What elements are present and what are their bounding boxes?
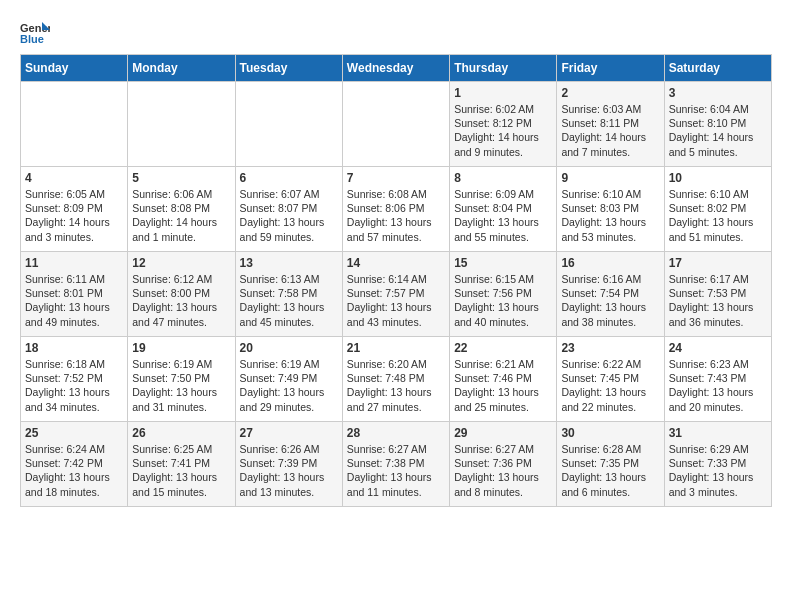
day-number: 9 xyxy=(561,171,659,185)
day-number: 3 xyxy=(669,86,767,100)
calendar-cell: 9Sunrise: 6:10 AM Sunset: 8:03 PM Daylig… xyxy=(557,167,664,252)
weekday-header: Wednesday xyxy=(342,55,449,82)
day-info: Sunrise: 6:19 AM Sunset: 7:49 PM Dayligh… xyxy=(240,357,338,414)
day-info: Sunrise: 6:18 AM Sunset: 7:52 PM Dayligh… xyxy=(25,357,123,414)
day-number: 8 xyxy=(454,171,552,185)
day-number: 25 xyxy=(25,426,123,440)
calendar-cell: 19Sunrise: 6:19 AM Sunset: 7:50 PM Dayli… xyxy=(128,337,235,422)
svg-text:Blue: Blue xyxy=(20,33,44,44)
calendar-cell: 21Sunrise: 6:20 AM Sunset: 7:48 PM Dayli… xyxy=(342,337,449,422)
calendar-cell: 7Sunrise: 6:08 AM Sunset: 8:06 PM Daylig… xyxy=(342,167,449,252)
logo-icon: General Blue xyxy=(20,20,50,44)
day-info: Sunrise: 6:20 AM Sunset: 7:48 PM Dayligh… xyxy=(347,357,445,414)
calendar-cell: 20Sunrise: 6:19 AM Sunset: 7:49 PM Dayli… xyxy=(235,337,342,422)
calendar-cell: 13Sunrise: 6:13 AM Sunset: 7:58 PM Dayli… xyxy=(235,252,342,337)
calendar-cell: 23Sunrise: 6:22 AM Sunset: 7:45 PM Dayli… xyxy=(557,337,664,422)
calendar-week-row: 25Sunrise: 6:24 AM Sunset: 7:42 PM Dayli… xyxy=(21,422,772,507)
day-info: Sunrise: 6:19 AM Sunset: 7:50 PM Dayligh… xyxy=(132,357,230,414)
calendar-header-row: SundayMondayTuesdayWednesdayThursdayFrid… xyxy=(21,55,772,82)
day-number: 16 xyxy=(561,256,659,270)
calendar-cell: 29Sunrise: 6:27 AM Sunset: 7:36 PM Dayli… xyxy=(450,422,557,507)
calendar-cell: 16Sunrise: 6:16 AM Sunset: 7:54 PM Dayli… xyxy=(557,252,664,337)
day-info: Sunrise: 6:27 AM Sunset: 7:38 PM Dayligh… xyxy=(347,442,445,499)
calendar-cell: 27Sunrise: 6:26 AM Sunset: 7:39 PM Dayli… xyxy=(235,422,342,507)
day-info: Sunrise: 6:10 AM Sunset: 8:02 PM Dayligh… xyxy=(669,187,767,244)
day-number: 4 xyxy=(25,171,123,185)
calendar-week-row: 18Sunrise: 6:18 AM Sunset: 7:52 PM Dayli… xyxy=(21,337,772,422)
day-number: 28 xyxy=(347,426,445,440)
day-info: Sunrise: 6:26 AM Sunset: 7:39 PM Dayligh… xyxy=(240,442,338,499)
calendar-cell: 18Sunrise: 6:18 AM Sunset: 7:52 PM Dayli… xyxy=(21,337,128,422)
calendar-cell: 3Sunrise: 6:04 AM Sunset: 8:10 PM Daylig… xyxy=(664,82,771,167)
day-number: 21 xyxy=(347,341,445,355)
calendar-cell: 1Sunrise: 6:02 AM Sunset: 8:12 PM Daylig… xyxy=(450,82,557,167)
day-info: Sunrise: 6:21 AM Sunset: 7:46 PM Dayligh… xyxy=(454,357,552,414)
day-info: Sunrise: 6:27 AM Sunset: 7:36 PM Dayligh… xyxy=(454,442,552,499)
calendar-cell: 2Sunrise: 6:03 AM Sunset: 8:11 PM Daylig… xyxy=(557,82,664,167)
calendar-cell: 8Sunrise: 6:09 AM Sunset: 8:04 PM Daylig… xyxy=(450,167,557,252)
weekday-header: Monday xyxy=(128,55,235,82)
calendar-table: SundayMondayTuesdayWednesdayThursdayFrid… xyxy=(20,54,772,507)
calendar-cell: 6Sunrise: 6:07 AM Sunset: 8:07 PM Daylig… xyxy=(235,167,342,252)
day-number: 29 xyxy=(454,426,552,440)
day-info: Sunrise: 6:03 AM Sunset: 8:11 PM Dayligh… xyxy=(561,102,659,159)
calendar-cell: 5Sunrise: 6:06 AM Sunset: 8:08 PM Daylig… xyxy=(128,167,235,252)
day-number: 30 xyxy=(561,426,659,440)
calendar-cell: 25Sunrise: 6:24 AM Sunset: 7:42 PM Dayli… xyxy=(21,422,128,507)
calendar-cell: 10Sunrise: 6:10 AM Sunset: 8:02 PM Dayli… xyxy=(664,167,771,252)
calendar-cell: 31Sunrise: 6:29 AM Sunset: 7:33 PM Dayli… xyxy=(664,422,771,507)
day-number: 1 xyxy=(454,86,552,100)
day-info: Sunrise: 6:25 AM Sunset: 7:41 PM Dayligh… xyxy=(132,442,230,499)
day-info: Sunrise: 6:29 AM Sunset: 7:33 PM Dayligh… xyxy=(669,442,767,499)
day-info: Sunrise: 6:06 AM Sunset: 8:08 PM Dayligh… xyxy=(132,187,230,244)
day-number: 17 xyxy=(669,256,767,270)
day-info: Sunrise: 6:07 AM Sunset: 8:07 PM Dayligh… xyxy=(240,187,338,244)
day-number: 10 xyxy=(669,171,767,185)
calendar-cell: 11Sunrise: 6:11 AM Sunset: 8:01 PM Dayli… xyxy=(21,252,128,337)
calendar-cell: 4Sunrise: 6:05 AM Sunset: 8:09 PM Daylig… xyxy=(21,167,128,252)
weekday-header: Saturday xyxy=(664,55,771,82)
day-number: 26 xyxy=(132,426,230,440)
day-number: 2 xyxy=(561,86,659,100)
day-info: Sunrise: 6:11 AM Sunset: 8:01 PM Dayligh… xyxy=(25,272,123,329)
day-info: Sunrise: 6:10 AM Sunset: 8:03 PM Dayligh… xyxy=(561,187,659,244)
day-number: 23 xyxy=(561,341,659,355)
day-number: 12 xyxy=(132,256,230,270)
day-number: 24 xyxy=(669,341,767,355)
calendar-week-row: 11Sunrise: 6:11 AM Sunset: 8:01 PM Dayli… xyxy=(21,252,772,337)
calendar-cell xyxy=(128,82,235,167)
day-number: 5 xyxy=(132,171,230,185)
day-number: 31 xyxy=(669,426,767,440)
day-info: Sunrise: 6:16 AM Sunset: 7:54 PM Dayligh… xyxy=(561,272,659,329)
day-info: Sunrise: 6:13 AM Sunset: 7:58 PM Dayligh… xyxy=(240,272,338,329)
weekday-header: Tuesday xyxy=(235,55,342,82)
calendar-cell: 28Sunrise: 6:27 AM Sunset: 7:38 PM Dayli… xyxy=(342,422,449,507)
calendar-cell: 26Sunrise: 6:25 AM Sunset: 7:41 PM Dayli… xyxy=(128,422,235,507)
day-info: Sunrise: 6:02 AM Sunset: 8:12 PM Dayligh… xyxy=(454,102,552,159)
calendar-cell xyxy=(21,82,128,167)
logo: General Blue xyxy=(20,20,54,44)
calendar-cell xyxy=(235,82,342,167)
calendar-cell: 24Sunrise: 6:23 AM Sunset: 7:43 PM Dayli… xyxy=(664,337,771,422)
day-number: 20 xyxy=(240,341,338,355)
calendar-body: 1Sunrise: 6:02 AM Sunset: 8:12 PM Daylig… xyxy=(21,82,772,507)
calendar-cell xyxy=(342,82,449,167)
day-info: Sunrise: 6:04 AM Sunset: 8:10 PM Dayligh… xyxy=(669,102,767,159)
weekday-header: Thursday xyxy=(450,55,557,82)
calendar-cell: 12Sunrise: 6:12 AM Sunset: 8:00 PM Dayli… xyxy=(128,252,235,337)
day-number: 6 xyxy=(240,171,338,185)
day-number: 22 xyxy=(454,341,552,355)
day-info: Sunrise: 6:24 AM Sunset: 7:42 PM Dayligh… xyxy=(25,442,123,499)
day-info: Sunrise: 6:12 AM Sunset: 8:00 PM Dayligh… xyxy=(132,272,230,329)
day-info: Sunrise: 6:17 AM Sunset: 7:53 PM Dayligh… xyxy=(669,272,767,329)
day-info: Sunrise: 6:28 AM Sunset: 7:35 PM Dayligh… xyxy=(561,442,659,499)
weekday-header: Sunday xyxy=(21,55,128,82)
calendar-cell: 17Sunrise: 6:17 AM Sunset: 7:53 PM Dayli… xyxy=(664,252,771,337)
day-number: 14 xyxy=(347,256,445,270)
day-info: Sunrise: 6:14 AM Sunset: 7:57 PM Dayligh… xyxy=(347,272,445,329)
day-number: 13 xyxy=(240,256,338,270)
day-info: Sunrise: 6:05 AM Sunset: 8:09 PM Dayligh… xyxy=(25,187,123,244)
day-info: Sunrise: 6:22 AM Sunset: 7:45 PM Dayligh… xyxy=(561,357,659,414)
calendar-week-row: 4Sunrise: 6:05 AM Sunset: 8:09 PM Daylig… xyxy=(21,167,772,252)
day-number: 18 xyxy=(25,341,123,355)
